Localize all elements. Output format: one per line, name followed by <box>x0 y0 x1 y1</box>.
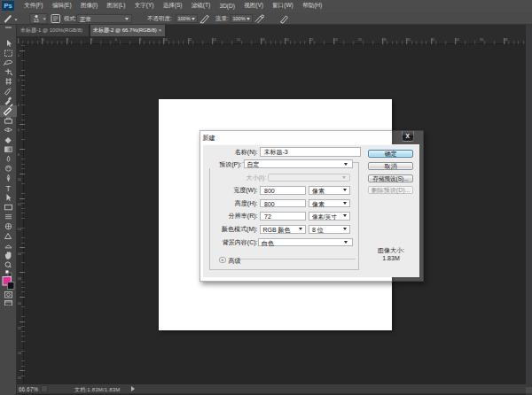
svg-text:13: 13 <box>34 18 39 23</box>
svg-text:T: T <box>6 184 12 193</box>
